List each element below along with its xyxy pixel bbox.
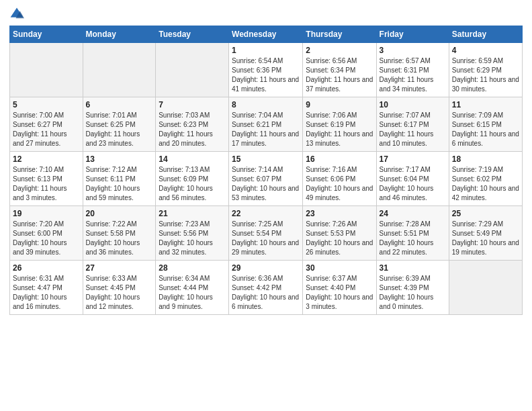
day-cell: 14Sunrise: 7:13 AM Sunset: 6:09 PM Dayli… [156, 152, 229, 206]
day-number: 19 [13, 209, 80, 218]
day-info: Sunrise: 7:14 AM Sunset: 6:07 PM Dayligh… [232, 165, 300, 203]
day-info: Sunrise: 7:20 AM Sunset: 6:00 PM Dayligh… [13, 220, 80, 257]
day-cell: 21Sunrise: 7:23 AM Sunset: 5:56 PM Dayli… [156, 206, 229, 261]
day-cell [449, 261, 522, 315]
logo-icon [9, 7, 24, 21]
day-number: 13 [86, 154, 153, 164]
day-info: Sunrise: 7:22 AM Sunset: 5:58 PM Dayligh… [86, 220, 153, 257]
col-header-friday: Friday [376, 26, 449, 43]
day-number: 20 [86, 209, 153, 218]
day-cell: 31Sunrise: 6:39 AM Sunset: 4:39 PM Dayli… [376, 261, 449, 315]
day-number: 11 [452, 100, 519, 109]
day-number: 31 [380, 263, 446, 273]
week-row-1: 1Sunrise: 6:54 AM Sunset: 6:36 PM Daylig… [10, 43, 523, 97]
day-info: Sunrise: 7:13 AM Sunset: 6:09 PM Dayligh… [159, 165, 226, 203]
day-number: 15 [232, 154, 300, 164]
day-cell: 6Sunrise: 7:01 AM Sunset: 6:25 PM Daylig… [83, 97, 156, 152]
day-info: Sunrise: 7:00 AM Sunset: 6:27 PM Dayligh… [13, 111, 80, 148]
day-cell [83, 43, 156, 97]
day-number: 18 [452, 154, 519, 164]
day-cell: 1Sunrise: 6:54 AM Sunset: 6:36 PM Daylig… [229, 43, 303, 97]
day-cell: 11Sunrise: 7:09 AM Sunset: 6:15 PM Dayli… [449, 97, 522, 152]
day-info: Sunrise: 7:06 AM Sunset: 6:19 PM Dayligh… [306, 111, 373, 148]
col-header-tuesday: Tuesday [156, 26, 229, 43]
day-number: 26 [13, 263, 80, 273]
day-cell: 25Sunrise: 7:29 AM Sunset: 5:49 PM Dayli… [449, 206, 522, 261]
day-cell: 28Sunrise: 6:34 AM Sunset: 4:44 PM Dayli… [156, 261, 229, 315]
day-number: 4 [452, 46, 519, 55]
day-number: 2 [306, 46, 373, 55]
day-info: Sunrise: 6:31 AM Sunset: 4:47 PM Dayligh… [13, 274, 80, 312]
day-info: Sunrise: 6:34 AM Sunset: 4:44 PM Dayligh… [159, 274, 226, 312]
day-number: 5 [13, 100, 80, 109]
col-header-thursday: Thursday [303, 26, 376, 43]
day-info: Sunrise: 6:57 AM Sunset: 6:31 PM Dayligh… [380, 56, 446, 94]
day-info: Sunrise: 6:39 AM Sunset: 4:39 PM Dayligh… [380, 274, 446, 312]
week-row-4: 19Sunrise: 7:20 AM Sunset: 6:00 PM Dayli… [10, 206, 523, 261]
day-number: 7 [159, 100, 226, 109]
day-info: Sunrise: 6:56 AM Sunset: 6:34 PM Dayligh… [306, 56, 373, 94]
day-cell: 17Sunrise: 7:17 AM Sunset: 6:04 PM Dayli… [376, 152, 449, 206]
week-row-3: 12Sunrise: 7:10 AM Sunset: 6:13 PM Dayli… [10, 152, 523, 206]
header-row: SundayMondayTuesdayWednesdayThursdayFrid… [10, 26, 523, 43]
day-info: Sunrise: 6:36 AM Sunset: 4:42 PM Dayligh… [232, 274, 300, 312]
day-cell: 23Sunrise: 7:26 AM Sunset: 5:53 PM Dayli… [303, 206, 376, 261]
day-cell: 8Sunrise: 7:04 AM Sunset: 6:21 PM Daylig… [229, 97, 303, 152]
day-cell: 16Sunrise: 7:16 AM Sunset: 6:06 PM Dayli… [303, 152, 376, 206]
day-cell: 30Sunrise: 6:37 AM Sunset: 4:40 PM Dayli… [303, 261, 376, 315]
calendar: SundayMondayTuesdayWednesdayThursdayFrid… [9, 26, 523, 315]
day-info: Sunrise: 7:09 AM Sunset: 6:15 PM Dayligh… [452, 111, 519, 148]
day-cell: 18Sunrise: 7:19 AM Sunset: 6:02 PM Dayli… [449, 152, 522, 206]
day-number: 30 [306, 263, 373, 273]
day-number: 22 [232, 209, 300, 218]
day-cell: 29Sunrise: 6:36 AM Sunset: 4:42 PM Dayli… [229, 261, 303, 315]
day-info: Sunrise: 7:01 AM Sunset: 6:25 PM Dayligh… [86, 111, 153, 148]
day-info: Sunrise: 6:33 AM Sunset: 4:45 PM Dayligh… [86, 274, 153, 312]
day-number: 1 [232, 46, 300, 55]
day-number: 17 [380, 154, 446, 164]
day-number: 8 [232, 100, 300, 109]
day-info: Sunrise: 6:54 AM Sunset: 6:36 PM Dayligh… [232, 56, 300, 94]
day-info: Sunrise: 7:10 AM Sunset: 6:13 PM Dayligh… [13, 165, 80, 203]
day-number: 3 [380, 46, 446, 55]
day-cell [10, 43, 83, 97]
day-number: 10 [380, 100, 446, 109]
day-info: Sunrise: 7:23 AM Sunset: 5:56 PM Dayligh… [159, 220, 226, 257]
day-cell: 22Sunrise: 7:25 AM Sunset: 5:54 PM Dayli… [229, 206, 303, 261]
col-header-sunday: Sunday [10, 26, 83, 43]
day-number: 21 [159, 209, 226, 218]
day-cell: 24Sunrise: 7:28 AM Sunset: 5:51 PM Dayli… [376, 206, 449, 261]
day-cell: 27Sunrise: 6:33 AM Sunset: 4:45 PM Dayli… [83, 261, 156, 315]
day-info: Sunrise: 7:16 AM Sunset: 6:06 PM Dayligh… [306, 165, 373, 203]
day-cell: 3Sunrise: 6:57 AM Sunset: 6:31 PM Daylig… [376, 43, 449, 97]
day-number: 24 [380, 209, 446, 218]
day-info: Sunrise: 7:17 AM Sunset: 6:04 PM Dayligh… [380, 165, 446, 203]
col-header-saturday: Saturday [449, 26, 522, 43]
day-info: Sunrise: 7:25 AM Sunset: 5:54 PM Dayligh… [232, 220, 300, 257]
day-cell: 13Sunrise: 7:12 AM Sunset: 6:11 PM Dayli… [83, 152, 156, 206]
day-number: 6 [86, 100, 153, 109]
day-info: Sunrise: 6:59 AM Sunset: 6:29 PM Dayligh… [452, 56, 519, 94]
day-cell: 26Sunrise: 6:31 AM Sunset: 4:47 PM Dayli… [10, 261, 83, 315]
day-cell: 7Sunrise: 7:03 AM Sunset: 6:23 PM Daylig… [156, 97, 229, 152]
day-cell: 2Sunrise: 6:56 AM Sunset: 6:34 PM Daylig… [303, 43, 376, 97]
day-cell: 4Sunrise: 6:59 AM Sunset: 6:29 PM Daylig… [449, 43, 522, 97]
day-number: 29 [232, 263, 300, 273]
day-info: Sunrise: 7:19 AM Sunset: 6:02 PM Dayligh… [452, 165, 519, 203]
day-cell: 19Sunrise: 7:20 AM Sunset: 6:00 PM Dayli… [10, 206, 83, 261]
header [9, 7, 523, 21]
day-cell: 12Sunrise: 7:10 AM Sunset: 6:13 PM Dayli… [10, 152, 83, 206]
day-info: Sunrise: 7:04 AM Sunset: 6:21 PM Dayligh… [232, 111, 300, 148]
day-number: 9 [306, 100, 373, 109]
day-number: 23 [306, 209, 373, 218]
day-number: 12 [13, 154, 80, 164]
day-info: Sunrise: 6:37 AM Sunset: 4:40 PM Dayligh… [306, 274, 373, 312]
day-number: 16 [306, 154, 373, 164]
day-info: Sunrise: 7:29 AM Sunset: 5:49 PM Dayligh… [452, 220, 519, 257]
page: SundayMondayTuesdayWednesdayThursdayFrid… [0, 0, 532, 411]
week-row-5: 26Sunrise: 6:31 AM Sunset: 4:47 PM Dayli… [10, 261, 523, 315]
day-cell [156, 43, 229, 97]
day-cell: 20Sunrise: 7:22 AM Sunset: 5:58 PM Dayli… [83, 206, 156, 261]
day-cell: 15Sunrise: 7:14 AM Sunset: 6:07 PM Dayli… [229, 152, 303, 206]
day-cell: 9Sunrise: 7:06 AM Sunset: 6:19 PM Daylig… [303, 97, 376, 152]
